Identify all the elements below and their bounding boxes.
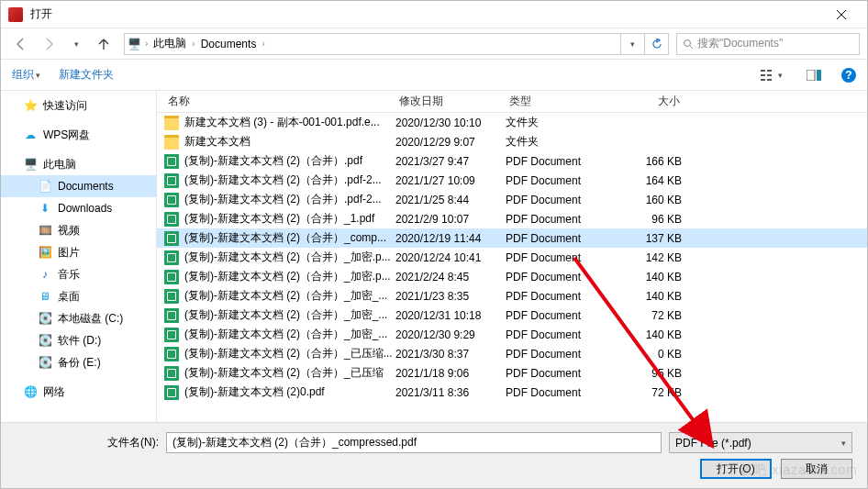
cell-name: (复制)-新建文本文档 (2)（合并）_加密_...	[184, 288, 395, 304]
table-row[interactable]: (复制)-新建文本文档 (2)0.pdf2021/3/11 8:36PDF Do…	[157, 383, 867, 402]
column-header-type[interactable]: 类型	[504, 94, 612, 109]
search-input[interactable]: 搜索"Documents"	[676, 33, 860, 55]
svg-rect-4	[767, 70, 772, 72]
file-type-filter[interactable]: PDF File (*.pdf) ▾	[669, 432, 852, 453]
svg-point-0	[684, 39, 691, 46]
document-icon: 📄	[38, 179, 52, 194]
table-row[interactable]: 新建文本文档 (3) - 副本-001-001.pdf.e...2020/12/…	[157, 113, 867, 132]
breadcrumb[interactable]: 🖥️ › 此电脑 › Documents › ▾	[124, 33, 669, 55]
cancel-button[interactable]: 取消	[781, 459, 852, 479]
navbar: ▾ 🖥️ › 此电脑 › Documents › ▾ 搜索"Documents"	[1, 28, 867, 60]
svg-rect-1	[761, 70, 765, 72]
sidebar: ⭐快速访问 ☁WPS网盘 🖥️此电脑 📄Documents ⬇Downloads…	[1, 91, 157, 423]
cell-size: 142 KB	[614, 251, 693, 264]
cell-date: 2021/3/11 8:36	[395, 386, 506, 399]
cell-size: 72 KB	[614, 386, 693, 399]
sidebar-item-downloads[interactable]: ⬇Downloads	[1, 197, 156, 219]
table-row[interactable]: (复制)-新建文本文档 (2)（合并）_加密_...2020/12/30 9:2…	[157, 325, 867, 344]
arrow-left-icon	[14, 37, 28, 51]
table-row[interactable]: (复制)-新建文本文档 (2)（合并）_已压缩...2021/3/30 8:37…	[157, 344, 867, 363]
breadcrumb-segment[interactable]: 此电脑	[150, 36, 190, 51]
open-button[interactable]: 打开(O)	[700, 459, 772, 479]
refresh-button[interactable]	[644, 34, 668, 54]
table-row[interactable]: (复制)-新建文本文档 (2)（合并）_加密_...2020/12/31 10:…	[157, 306, 867, 325]
table-row[interactable]: (复制)-新建文本文档 (2)（合并）_1.pdf2021/2/9 10:07P…	[157, 209, 867, 228]
svg-rect-7	[807, 70, 815, 81]
breadcrumb-segment[interactable]: Documents	[197, 38, 261, 50]
help-button[interactable]: ?	[841, 68, 856, 83]
sidebar-item-disk-e[interactable]: 💽备份 (E:)	[1, 351, 156, 373]
back-button[interactable]	[8, 32, 34, 56]
up-button[interactable]	[91, 32, 117, 56]
chevron-right-icon: ›	[143, 39, 150, 49]
cell-date: 2020/12/24 10:41	[395, 251, 506, 264]
filter-label: PDF File (*.pdf)	[675, 437, 751, 450]
table-row[interactable]: 新建文本文档2020/12/29 9:07文件夹	[157, 132, 867, 151]
close-button[interactable]	[823, 1, 860, 28]
cell-size: 96 KB	[614, 213, 693, 226]
sidebar-item-desktop[interactable]: 🖥桌面	[1, 285, 156, 307]
sidebar-item-music[interactable]: ♪音乐	[1, 263, 156, 285]
sidebar-item-label: 图片	[58, 245, 80, 261]
sidebar-item-label: Downloads	[58, 202, 112, 215]
cell-date: 2020/12/31 10:18	[395, 309, 506, 322]
sidebar-item-label: 本地磁盘 (C:)	[58, 311, 123, 327]
table-row[interactable]: (复制)-新建文本文档 (2)（合并）_加密.p...2021/2/24 8:4…	[157, 267, 867, 286]
cell-type: PDF Document	[506, 194, 614, 206]
sidebar-item-documents[interactable]: 📄Documents	[1, 175, 156, 197]
table-row[interactable]: (复制)-新建文本文档 (2)（合并）.pdf-2...2021/1/27 10…	[157, 171, 867, 190]
breadcrumb-dropdown[interactable]: ▾	[620, 34, 644, 54]
sidebar-item-wps[interactable]: ☁WPS网盘	[1, 124, 156, 146]
sidebar-item-label: 快速访问	[43, 98, 87, 114]
table-row[interactable]: (复制)-新建文本文档 (2)（合并）.pdf-2...2021/1/25 8:…	[157, 190, 867, 209]
column-header-date[interactable]: 修改日期	[394, 94, 504, 109]
cell-name: (复制)-新建文本文档 (2)（合并）_加密_...	[184, 327, 395, 342]
pdf-file-icon	[164, 289, 179, 304]
arrow-up-icon	[96, 37, 111, 51]
table-row[interactable]: (复制)-新建文本文档 (2)（合并）_加密_...2021/1/23 8:35…	[157, 286, 867, 306]
column-header-size[interactable]: 大小	[612, 94, 691, 109]
sidebar-item-label: 网络	[43, 384, 65, 400]
sidebar-item-label: Documents	[58, 180, 114, 193]
sidebar-item-videos[interactable]: 🎞️视频	[1, 219, 156, 241]
cell-type: PDF Document	[506, 155, 614, 168]
table-row[interactable]: (复制)-新建文本文档 (2)（合并）_已压缩2021/1/18 9:06PDF…	[157, 363, 867, 383]
cell-type: 文件夹	[506, 134, 614, 150]
column-header-name[interactable]: 名称	[162, 94, 394, 109]
cell-type: PDF Document	[506, 328, 614, 341]
cell-date: 2020/12/30 9:29	[395, 328, 506, 341]
pdf-file-icon	[164, 212, 179, 227]
view-mode-button[interactable]: ▾	[757, 64, 786, 86]
organize-button[interactable]: 组织 ▾	[12, 67, 40, 83]
recent-dropdown[interactable]: ▾	[63, 32, 89, 56]
close-icon	[837, 10, 846, 19]
table-row[interactable]: (复制)-新建文本文档 (2)（合并）_加密.p...2020/12/24 10…	[157, 248, 867, 267]
disk-icon: 💽	[38, 311, 52, 326]
search-placeholder: 搜索"Documents"	[697, 36, 783, 51]
cell-date: 2021/2/24 8:45	[395, 271, 506, 283]
sidebar-item-this-pc[interactable]: 🖥️此电脑	[1, 153, 156, 175]
cell-size: 137 KB	[614, 232, 693, 245]
file-list[interactable]: 新建文本文档 (3) - 副本-001-001.pdf.e...2020/12/…	[157, 113, 867, 423]
sidebar-item-label: 视频	[58, 223, 80, 239]
cell-name: (复制)-新建文本文档 (2)（合并）_已压缩	[184, 365, 395, 381]
disk-icon: 💽	[38, 333, 52, 348]
cell-name: (复制)-新建文本文档 (2)（合并）_comp...	[184, 230, 395, 246]
forward-button[interactable]	[36, 32, 61, 56]
table-row[interactable]: (复制)-新建文本文档 (2)（合并）_comp...2020/12/19 11…	[157, 228, 867, 248]
preview-pane-button[interactable]	[799, 64, 829, 86]
svg-rect-2	[761, 74, 765, 76]
sidebar-item-network[interactable]: 🌐网络	[1, 381, 156, 403]
sidebar-item-quick-access[interactable]: ⭐快速访问	[1, 94, 156, 117]
sidebar-item-disk-c[interactable]: 💽本地磁盘 (C:)	[1, 307, 156, 329]
bottom-panel: 文件名(N): PDF File (*.pdf) ▾ 打开(O) 取消	[1, 422, 867, 488]
new-folder-button[interactable]: 新建文件夹	[59, 67, 114, 83]
svg-rect-3	[761, 79, 765, 81]
sidebar-item-disk-d[interactable]: 💽软件 (D:)	[1, 329, 156, 351]
filename-input[interactable]	[166, 432, 662, 453]
table-row[interactable]: (复制)-新建文本文档 (2)（合并）.pdf2021/3/27 9:47PDF…	[157, 151, 867, 171]
cell-name: 新建文本文档	[184, 134, 395, 150]
sidebar-item-pictures[interactable]: 🖼️图片	[1, 241, 156, 263]
window-title: 打开	[30, 6, 823, 22]
cell-size: 140 KB	[614, 271, 693, 283]
